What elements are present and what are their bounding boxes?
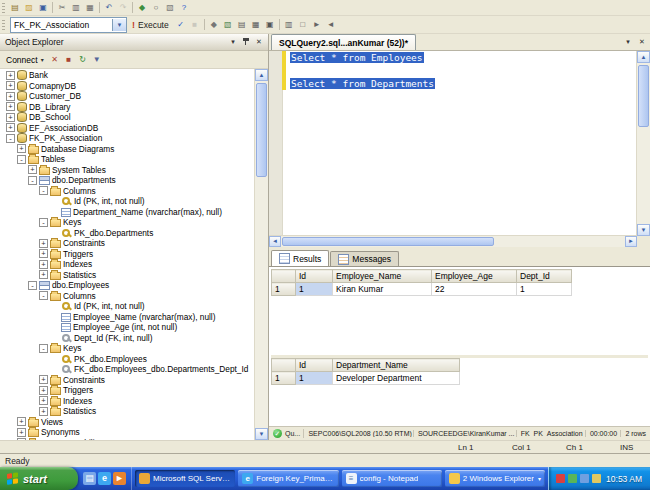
results-to-grid-icon[interactable]: ▦ <box>249 18 263 31</box>
expand-icon[interactable]: + <box>39 239 48 248</box>
internet-explorer-icon[interactable]: e <box>98 472 111 485</box>
scroll-up-icon[interactable] <box>637 51 650 63</box>
taskbar-task-button[interactable]: Microsoft SQL Server... <box>135 470 235 487</box>
scrollbar-thumb[interactable] <box>256 83 267 177</box>
redo-icon[interactable]: ↷ <box>116 1 130 14</box>
expand-icon[interactable]: + <box>6 81 15 90</box>
grid-cell[interactable]: 1 <box>296 283 333 296</box>
expand-icon[interactable]: + <box>17 417 26 426</box>
editor-horizontal-scrollbar[interactable] <box>269 235 637 247</box>
tree-item[interactable]: FK_dbo.Employees_dbo.Departments_Dept_Id <box>0 364 255 375</box>
expand-icon[interactable]: + <box>6 92 15 101</box>
expand-icon[interactable]: + <box>6 113 15 122</box>
tab-results[interactable]: Results <box>271 250 329 266</box>
collapse-icon[interactable]: - <box>28 176 37 185</box>
volume-tray-icon[interactable] <box>592 474 601 483</box>
window-icon[interactable]: ▧ <box>163 1 177 14</box>
grid-cell[interactable]: 22 <box>432 283 517 296</box>
refresh-icon[interactable]: ↻ <box>76 53 90 66</box>
tree-item[interactable]: Dept_Id (FK, int, null) <box>0 333 255 344</box>
grid-cell[interactable]: Developer Department <box>333 372 460 385</box>
collapse-icon[interactable]: - <box>28 281 37 290</box>
tree-item[interactable]: +Triggers <box>0 385 255 396</box>
expand-icon[interactable]: + <box>39 260 48 269</box>
copy-icon[interactable]: ▥ <box>69 1 83 14</box>
tree-item[interactable]: +Views <box>0 417 255 428</box>
tree-item[interactable]: -Tables <box>0 154 255 165</box>
connect-button[interactable]: Connect <box>2 55 48 65</box>
expand-icon[interactable]: + <box>17 438 26 440</box>
parse-query-icon[interactable]: ✓ <box>174 18 188 31</box>
tree-item[interactable]: +Indexes <box>0 396 255 407</box>
code-line[interactable] <box>290 64 637 77</box>
toolbar-grip[interactable] <box>2 20 5 30</box>
tree-item[interactable]: +Database Diagrams <box>0 144 255 155</box>
grid-cell[interactable]: 1 <box>296 372 333 385</box>
tree-item[interactable]: Department_Name (nvarchar(max), null) <box>0 207 255 218</box>
tree-item[interactable]: Id (PK, int, not null) <box>0 301 255 312</box>
tree-item[interactable]: PK_dbo.Departments <box>0 228 255 239</box>
help-icon[interactable]: ? <box>177 1 191 14</box>
tree-vertical-scrollbar[interactable] <box>254 69 268 440</box>
cut-icon[interactable]: ✂ <box>55 1 69 14</box>
tree-item[interactable]: +DB_School <box>0 112 255 123</box>
tree-item[interactable]: +Customer_DB <box>0 91 255 102</box>
expand-icon[interactable]: + <box>39 249 48 258</box>
results-to-text-icon[interactable]: ▤ <box>235 18 249 31</box>
taskbar-task-button[interactable]: 2 Windows Explorer▾ <box>445 470 545 487</box>
new-query-icon[interactable]: ▤ <box>8 1 22 14</box>
expand-icon[interactable]: + <box>17 144 26 153</box>
collapse-icon[interactable]: - <box>6 134 15 143</box>
scroll-down-icon[interactable] <box>637 224 650 236</box>
close-icon[interactable] <box>253 36 265 48</box>
indent-icon[interactable]: ► <box>310 18 324 31</box>
expand-icon[interactable]: + <box>39 386 48 395</box>
tree-item[interactable]: -Keys <box>0 217 255 228</box>
results-to-file-icon[interactable]: ▣ <box>263 18 277 31</box>
undo-icon[interactable]: ↶ <box>102 1 116 14</box>
expand-icon[interactable]: + <box>39 375 48 384</box>
auto-hide-pin-icon[interactable] <box>240 36 252 48</box>
comment-icon[interactable]: ▥ <box>282 18 296 31</box>
collapse-icon[interactable]: - <box>17 155 26 164</box>
expand-icon[interactable]: + <box>28 165 37 174</box>
outdent-icon[interactable]: ◄ <box>324 18 338 31</box>
windows-media-player-icon[interactable]: ► <box>113 472 126 485</box>
grid-column-header[interactable]: Employee_Name <box>333 270 432 283</box>
show-desktop-icon[interactable]: ▤ <box>83 472 96 485</box>
scroll-left-icon[interactable] <box>269 236 281 247</box>
intellisense-enabled-icon[interactable]: ◆ <box>207 18 221 31</box>
tree-item[interactable]: Employee_Age (int, not null) <box>0 322 255 333</box>
document-list-icon[interactable] <box>622 36 634 48</box>
uncomment-icon[interactable]: □ <box>296 18 310 31</box>
include-actual-plan-icon[interactable]: ▧ <box>221 18 235 31</box>
grid-column-header[interactable]: Id <box>296 359 333 372</box>
grid-cell[interactable]: 1 <box>517 283 572 296</box>
tree-item[interactable]: -Columns <box>0 291 255 302</box>
tree-item[interactable]: Id (PK, int, not null) <box>0 196 255 207</box>
tree-item[interactable]: -dbo.Departments <box>0 175 255 186</box>
grid-cell[interactable]: Kiran Kumar <box>333 283 432 296</box>
scrollbar-thumb[interactable] <box>282 237 494 246</box>
grid-row-header[interactable]: 1 <box>272 372 296 385</box>
grid-column-header[interactable]: Department_Name <box>333 359 460 372</box>
grid-corner[interactable] <box>272 270 296 283</box>
grid-corner[interactable] <box>272 359 296 372</box>
grid-column-header[interactable]: Id <box>296 270 333 283</box>
tree-item[interactable]: +Indexes <box>0 259 255 270</box>
collapse-icon[interactable]: - <box>39 218 48 227</box>
cancel-query-icon[interactable]: ■ <box>188 18 202 31</box>
scroll-up-icon[interactable] <box>255 69 268 81</box>
tree-item[interactable]: +ComapnyDB <box>0 81 255 92</box>
expand-icon[interactable]: + <box>17 428 26 437</box>
tree-item[interactable]: +Constraints <box>0 375 255 386</box>
grid-row-header[interactable]: 1 <box>272 283 296 296</box>
activity-monitor-icon[interactable]: ◆ <box>135 1 149 14</box>
tree-item[interactable]: -FK_PK_Association <box>0 133 255 144</box>
code-line[interactable]: Select * from Employees <box>290 51 637 64</box>
close-document-icon[interactable] <box>636 36 648 48</box>
grid-column-header[interactable]: Employee_Age <box>432 270 517 283</box>
toolbar-grip[interactable] <box>2 3 5 13</box>
tree-item[interactable]: Employee_Name (nvarchar(max), null) <box>0 312 255 323</box>
expand-icon[interactable]: + <box>39 407 48 416</box>
